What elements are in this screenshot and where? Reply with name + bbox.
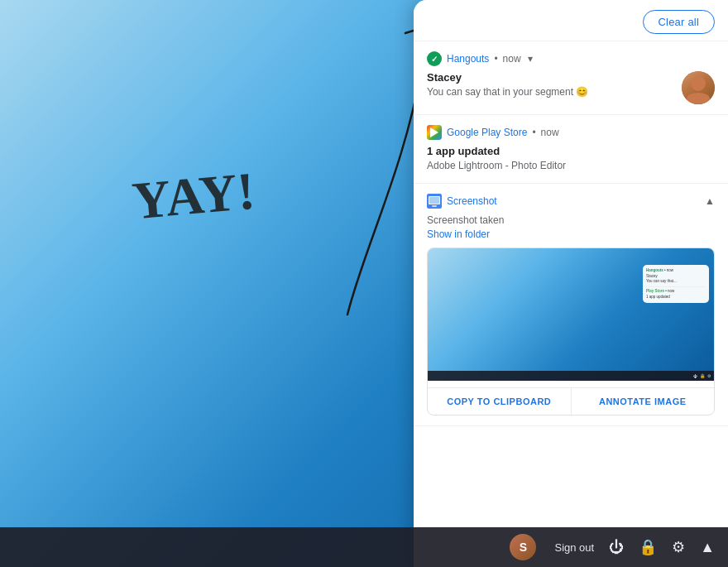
hangouts-message: You can say that in your segment 😊 [427,85,673,99]
lock-icon[interactable]: 🔒 [639,538,657,556]
playstore-dot: • [532,127,535,138]
yay-text: YAY! [130,161,257,233]
hangouts-notification[interactable]: ✓ Hangouts • now ▾ Stacey You can say th… [414,41,728,115]
screenshot-taken-text: Screenshot taken [427,214,715,228]
screenshot-notification[interactable]: Screenshot ▲ Screenshot taken Show in fo… [414,184,728,427]
notification-panel: Clear all ✓ Hangouts • now ▾ Stacey You … [414,0,728,567]
screenshot-app-name: Screenshot [447,195,497,207]
playstore-icon [427,125,442,140]
clear-all-button[interactable]: Clear all [643,10,715,34]
screenshot-show-folder-link[interactable]: Show in folder [427,228,715,242]
screenshot-notif-header: Screenshot ▲ [427,194,715,209]
screenshot-mini-playstore: Play Store • now 1 app updated [646,289,706,300]
hangouts-icon: ✓ [427,51,442,66]
screenshot-preview: Hangouts • now Stacey You can say that..… [427,247,715,416]
screenshot-mini-hangouts: Hangouts • now Stacey You can say that..… [646,268,706,284]
playstore-notif-content: 1 app updated Adobe Lightroom - Photo Ed… [427,145,715,173]
playstore-notif-header: Google Play Store • now [427,125,715,140]
hangouts-notif-body: Stacey You can say that in your segment … [427,71,715,104]
notifications-list: ✓ Hangouts • now ▾ Stacey You can say th… [414,41,728,567]
svg-rect-5 [432,205,437,207]
annotate-image-button[interactable]: ANNOTATE IMAGE [572,388,715,415]
sign-out-button[interactable]: Sign out [554,541,594,554]
hangouts-notif-content: Stacey You can say that in your segment … [427,71,673,99]
taskbar: S Sign out ⏻ 🔒 ⚙ ▲ [0,527,728,567]
screenshot-mini-notification-panel: Hangouts • now Stacey You can say that..… [643,265,709,302]
power-icon[interactable]: ⏻ [609,539,624,556]
chevron-up-icon[interactable]: ▲ [700,539,715,556]
playstore-notif-subtitle: Adobe Lightroom - Photo Editor [427,159,715,173]
hangouts-app-name: Hangouts [447,53,489,65]
playstore-app-name: Google Play Store [447,127,527,138]
playstore-notif-title: 1 app updated [427,145,715,157]
stacey-avatar-img [682,71,715,104]
settings-icon[interactable]: ⚙ [672,538,685,556]
screenshot-icon [427,194,442,209]
hangouts-avatar [682,71,715,104]
copy-to-clipboard-button[interactable]: COPY TO CLIPBOARD [428,388,572,415]
playstore-notification[interactable]: Google Play Store • now 1 app updated Ad… [414,115,728,184]
screenshot-notif-content: Screenshot taken Show in folder [427,214,715,242]
screenshot-preview-image: Hangouts • now Stacey You can say that..… [428,248,714,381]
svg-rect-4 [429,197,439,204]
screenshot-footer: COPY TO CLIPBOARD ANNOTATE IMAGE [428,387,714,415]
hangouts-dot: • [494,53,497,65]
taskbar-user-avatar[interactable]: S [510,534,536,560]
screenshot-mini-taskbar: ⏻ 🔒 ⚙ [428,371,714,381]
screenshot-chevron-icon[interactable]: ▲ [705,195,715,207]
hangouts-time: now [503,53,521,65]
hangouts-sender: Stacey [427,71,673,84]
screenshot-notif-body: Screenshot taken Show in folder [427,214,715,242]
hangouts-notif-header: ✓ Hangouts • now ▾ [427,51,715,66]
panel-header: Clear all [414,0,728,41]
hangouts-dropdown-icon[interactable]: ▾ [528,53,533,65]
playstore-time: now [541,127,559,138]
playstore-notif-body: 1 app updated Adobe Lightroom - Photo Ed… [427,145,715,173]
